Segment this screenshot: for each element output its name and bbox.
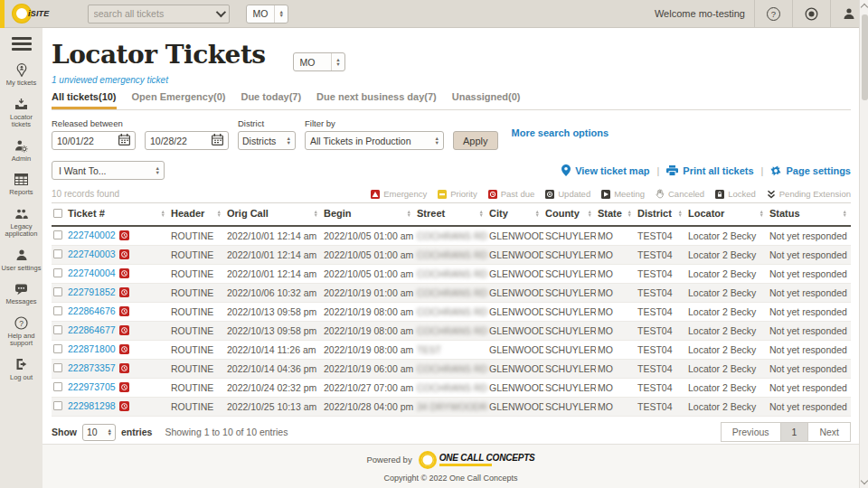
next-page-button[interactable]: Next: [808, 422, 851, 442]
ticket-link[interactable]: 222864676: [68, 305, 116, 316]
tab-due-today[interactable]: Due today(7): [241, 91, 301, 109]
sidebar-item-help-and-support[interactable]: ? Help and support: [0, 316, 42, 348]
sort-icon[interactable]: ▲▼: [407, 210, 413, 218]
sort-icon[interactable]: ▲▼: [479, 210, 486, 218]
date-from-input[interactable]: [57, 136, 111, 146]
column-header-orig-call[interactable]: Orig Call▲▼: [225, 203, 322, 227]
ticket-link[interactable]: 222864677: [68, 324, 116, 335]
print-all-tickets-link[interactable]: Print all tickets: [666, 165, 753, 176]
row-checkbox[interactable]: [53, 306, 62, 315]
i-want-to-select[interactable]: I Want To... ▲▼: [52, 161, 165, 180]
feedback-button[interactable]: [792, 0, 830, 27]
city-cell: GLENWOOD: [487, 226, 543, 246]
date-to-input[interactable]: [150, 136, 204, 146]
column-header-header[interactable]: Header▲▼: [169, 203, 225, 227]
row-checkbox[interactable]: [53, 268, 62, 277]
ticket-link[interactable]: 222873357: [68, 362, 116, 373]
tab-all-tickets[interactable]: All tickets(10): [52, 91, 117, 109]
table-row: 222740003 ROUTINE 2022/10/01 12:14 am 20…: [52, 246, 851, 265]
i-want-to-value: I Want To...: [52, 165, 152, 176]
calendar-icon[interactable]: [118, 133, 130, 149]
ticket-link[interactable]: 222740004: [68, 267, 116, 278]
select-caret-icon: ▲▼: [278, 10, 283, 18]
ticket-link[interactable]: 222740003: [68, 249, 116, 259]
ticket-cell: 222981298: [52, 398, 169, 417]
row-checkbox[interactable]: [53, 401, 62, 410]
column-header-locator[interactable]: Locator▲▼: [686, 203, 768, 227]
column-header-begin[interactable]: Begin▲▼: [322, 203, 415, 227]
sort-icon[interactable]: ▲▼: [843, 210, 849, 218]
tab-open-emergency[interactable]: Open Emergency(0): [132, 91, 226, 109]
sort-icon[interactable]: ▲▼: [161, 210, 167, 218]
sidebar-item-admin[interactable]: Admin: [0, 139, 42, 164]
sidebar-item-legacy-application[interactable]: Legacy application: [0, 207, 42, 239]
menu-toggle-button[interactable]: [12, 37, 32, 51]
ticket-link[interactable]: 222871800: [68, 343, 116, 354]
row-checkbox[interactable]: [53, 325, 62, 334]
app-logo[interactable]: iSITE: [13, 5, 50, 23]
search-input[interactable]: [94, 8, 216, 19]
apply-button[interactable]: Apply: [453, 131, 498, 150]
ticket-link[interactable]: 222981298: [68, 400, 116, 411]
sidebar-item-log-out[interactable]: Log out: [0, 358, 42, 382]
row-checkbox[interactable]: [53, 249, 62, 258]
page-state-select[interactable]: MO ▲▼: [293, 52, 345, 71]
sidebar-item-locator-tickets[interactable]: Locator tickets: [0, 98, 42, 129]
copyright-text: Copyright © 2022 One Call Concepts: [383, 474, 517, 483]
sort-icon[interactable]: ▲▼: [588, 210, 594, 218]
date-to-field[interactable]: [145, 131, 229, 150]
help-button[interactable]: ?: [754, 0, 792, 27]
column-header-status[interactable]: Status▲▼: [768, 203, 851, 227]
view-ticket-map-link[interactable]: View ticket map: [561, 164, 649, 176]
date-from-field[interactable]: [52, 131, 136, 150]
street-cell: COCHRANS RD: [415, 379, 487, 398]
table-row: 222740004 ROUTINE 2022/10/01 12:14 am 20…: [52, 265, 851, 284]
sort-icon[interactable]: ▲▼: [627, 210, 634, 218]
row-checkbox[interactable]: [53, 382, 62, 391]
ticket-link[interactable]: 222973705: [68, 381, 116, 392]
row-checkbox[interactable]: [53, 363, 62, 372]
column-header-street[interactable]: Street▲▼: [415, 203, 487, 227]
page-number-button[interactable]: 1: [781, 422, 809, 442]
sort-icon[interactable]: ▲▼: [314, 210, 320, 218]
tab-due-next-business-day[interactable]: Due next business day(7): [316, 91, 437, 109]
past-due-icon: [119, 325, 129, 337]
sidebar-item-my-tickets[interactable]: My tickets: [0, 63, 42, 88]
column-header-state[interactable]: State▲▼: [596, 203, 636, 227]
tab-unassigned[interactable]: Unassigned(0): [452, 91, 521, 109]
ticket-link[interactable]: 222791852: [68, 286, 116, 297]
district-select[interactable]: Districts ▲▼: [238, 131, 296, 150]
sort-icon[interactable]: ▲▼: [535, 210, 542, 218]
topbar-state-select[interactable]: MO ▲▼: [246, 5, 288, 23]
emergency-notice-link[interactable]: 1 unviewed emergency ticket: [52, 75, 851, 85]
select-all-checkbox[interactable]: [53, 209, 62, 218]
ticket-tabs: All tickets(10) Open Emergency(0) Due to…: [52, 91, 851, 110]
sidebar-item-reports[interactable]: Reports: [0, 173, 42, 197]
sidebar-item-messages[interactable]: Messages: [0, 282, 42, 306]
entries-per-page-select[interactable]: 10 ▲▼: [82, 424, 116, 441]
ticket-link[interactable]: 222740002: [68, 230, 116, 240]
column-header-ticket[interactable]: Ticket #▲▼: [52, 203, 169, 227]
row-checkbox[interactable]: [53, 287, 62, 296]
column-header-district[interactable]: District▲▼: [636, 203, 686, 227]
more-search-options-link[interactable]: More search options: [512, 127, 609, 138]
calendar-icon[interactable]: [212, 133, 223, 149]
page-settings-link[interactable]: Page settings: [770, 165, 851, 176]
previous-page-button[interactable]: Previous: [721, 422, 781, 442]
scroll-up-icon[interactable]: [861, 4, 868, 11]
column-header-city[interactable]: City▲▼: [487, 203, 543, 227]
sort-icon[interactable]: ▲▼: [760, 210, 766, 218]
sort-icon[interactable]: ▲▼: [217, 210, 223, 218]
ticket-cell: 222740004: [52, 265, 169, 284]
scroll-down-icon[interactable]: [861, 477, 868, 484]
vertical-scrollbar[interactable]: [859, 0, 868, 488]
sort-icon[interactable]: ▲▼: [678, 210, 684, 218]
row-checkbox[interactable]: [53, 230, 62, 239]
row-checkbox[interactable]: [53, 344, 62, 353]
ticket-search[interactable]: [88, 5, 230, 23]
county-cell: SCHUYLER: [543, 322, 596, 341]
scrollbar-thumb[interactable]: [862, 14, 868, 100]
filter-by-select[interactable]: All Tickets in Production ▲▼: [305, 131, 444, 150]
sidebar-item-user-settings[interactable]: User settings: [0, 249, 42, 273]
column-header-county[interactable]: County▲▼: [543, 203, 596, 227]
